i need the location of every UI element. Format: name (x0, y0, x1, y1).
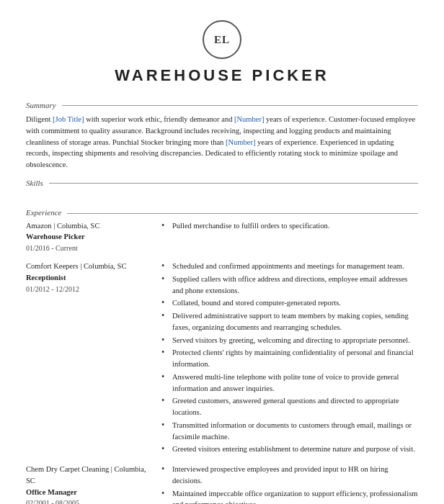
number-placeholder-2: [Number] (226, 138, 255, 146)
avatar: EL (203, 20, 241, 59)
list-item: Greeted visitors entering establishment … (161, 444, 418, 455)
job-row-chemdry: Chem Dry Carpet Cleaning | Columbia, SC … (26, 464, 418, 504)
job-left-chemdry: Chem Dry Carpet Cleaning | Columbia, SC … (26, 464, 154, 504)
experience-label: Experience (26, 207, 418, 218)
list-item: Served visitors by greeting, welcoming a… (161, 335, 418, 346)
job-left-comfort: Comfort Keepers | Columbia, SC Reception… (26, 261, 154, 456)
dates-chemdry: 02/2001 - 08/2005 (26, 498, 154, 504)
list-item: Supplied callers with office address and… (161, 274, 418, 297)
list-item: Interviewed prospective employees and pr… (161, 464, 418, 487)
dates-comfort: 01/2012 - 12/2012 (26, 284, 154, 294)
dates-amazon: 01/2016 - Current (26, 243, 154, 253)
job-title-placeholder: [Job Title] (53, 115, 84, 123)
summary-label: Summary (26, 100, 418, 111)
list-item: Collated, bound and stored computer-gene… (161, 297, 418, 309)
list-item: Scheduled and confirmed appointments and… (161, 261, 418, 272)
list-item: Maintained impeccable office organizatio… (161, 488, 418, 504)
job-row-comfort: Comfort Keepers | Columbia, SC Reception… (26, 261, 418, 456)
list-item: Transmitted information or documents to … (161, 420, 418, 443)
skills-section: Skills (26, 178, 418, 200)
page-title: WAREHOUSE PICKER (26, 65, 418, 87)
job-bullets-amazon: Pulled merchandise to fulfill orders to … (161, 220, 418, 254)
list-item: Delivered administrative support to team… (161, 310, 418, 333)
summary-text: Diligent [Job Title] with superior work … (26, 114, 418, 171)
resume-page: EL WAREHOUSE PICKER Summary Diligent [Jo… (0, 0, 444, 504)
job-left-amazon: Amazon | Columbia, SC Warehouse Picker 0… (26, 220, 154, 254)
list-item: Pulled merchandise to fulfill orders to … (161, 220, 418, 232)
experience-section: Experience Amazon | Columbia, SC Warehou… (26, 207, 418, 504)
list-item: Protected clients' rights by maintaining… (161, 347, 418, 370)
title-amazon: Warehouse Picker (26, 231, 154, 243)
title-chemdry: Office Manager (26, 487, 154, 498)
avatar-initials: EL (214, 32, 230, 48)
company-amazon: Amazon | Columbia, SC (26, 220, 154, 232)
title-comfort: Receptionist (26, 272, 154, 284)
list-item: Greeted customers, answered general ques… (161, 395, 418, 418)
company-chemdry: Chem Dry Carpet Cleaning | Columbia, SC (26, 464, 154, 487)
job-bullets-chemdry: Interviewed prospective employees and pr… (161, 464, 418, 504)
skills-content (26, 192, 418, 200)
summary-section: Summary Diligent [Job Title] with superi… (26, 100, 418, 171)
job-bullets-comfort: Scheduled and confirmed appointments and… (161, 261, 418, 456)
skills-label: Skills (26, 178, 418, 189)
number-placeholder-1: [Number] (234, 115, 264, 123)
job-row-amazon: Amazon | Columbia, SC Warehouse Picker 0… (26, 220, 418, 254)
company-comfort: Comfort Keepers | Columbia, SC (26, 261, 154, 272)
list-item: Answered multi-line telephone with polit… (161, 372, 418, 395)
